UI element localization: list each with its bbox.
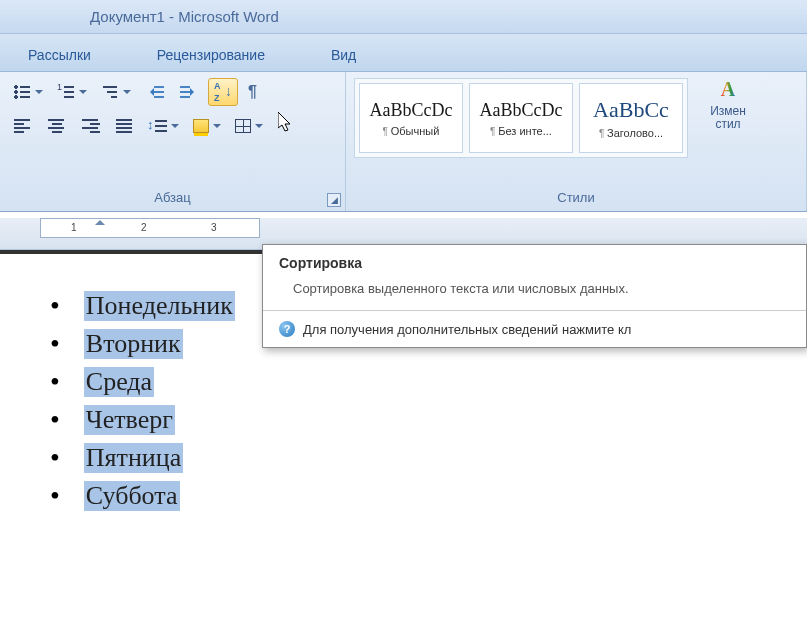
- style-preview: AaBbCcDc: [370, 100, 453, 121]
- indent-button[interactable]: [174, 78, 204, 106]
- styles-gallery[interactable]: AaBbCcDc Обычный AaBbCcDc Без инте... Aa…: [354, 78, 688, 158]
- tooltip-help-row: ? Для получения дополнительных сведений …: [263, 310, 806, 347]
- multilevel-button[interactable]: [96, 78, 136, 106]
- outdent-icon: [146, 83, 164, 101]
- align-right-button[interactable]: [76, 112, 106, 140]
- list-text: Вторник: [84, 329, 183, 359]
- shading-icon: [193, 119, 209, 133]
- sort-tooltip: Сортировка Сортировка выделенного текста…: [262, 244, 807, 348]
- justify-button[interactable]: [110, 112, 140, 140]
- window-title: Документ1 - Microsoft Word: [90, 8, 279, 25]
- horizontal-ruler[interactable]: 1 2 3: [40, 218, 260, 238]
- sort-button[interactable]: Z: [208, 78, 238, 106]
- outdent-button[interactable]: [140, 78, 170, 106]
- style-heading1[interactable]: AaBbCc Заголово...: [579, 83, 683, 153]
- align-center-button[interactable]: [42, 112, 72, 140]
- style-no-spacing[interactable]: AaBbCcDc Без инте...: [469, 83, 573, 153]
- style-name: Заголово...: [599, 127, 663, 139]
- pilcrow-icon: [248, 83, 266, 101]
- group-styles: AaBbCcDc Обычный AaBbCcDc Без инте... Aa…: [346, 72, 807, 211]
- bullets-icon: [13, 83, 31, 101]
- style-name: Обычный: [383, 125, 440, 137]
- borders-icon: [235, 119, 251, 133]
- change-styles-label1: Измен: [710, 104, 746, 118]
- ruler-mark: 3: [211, 222, 217, 233]
- sort-icon: Z: [214, 83, 232, 101]
- bullets-button[interactable]: [8, 78, 48, 106]
- group-label-styles: Стили: [354, 188, 798, 207]
- line-spacing-button[interactable]: [144, 112, 184, 140]
- multilevel-icon: [101, 83, 119, 101]
- list-item[interactable]: Четверг: [50, 404, 757, 436]
- list-text: Пятница: [84, 443, 183, 473]
- align-left-icon: [14, 117, 32, 135]
- align-right-icon: [82, 117, 100, 135]
- justify-icon: [116, 117, 134, 135]
- style-normal[interactable]: AaBbCcDc Обычный: [359, 83, 463, 153]
- style-preview: AaBbCc: [593, 97, 669, 123]
- tab-view[interactable]: Вид: [313, 41, 374, 71]
- ruler-mark: 2: [141, 222, 147, 233]
- first-line-indent-marker[interactable]: [95, 215, 105, 225]
- ribbon-tabs: Рассылки Рецензирование Вид: [0, 34, 807, 72]
- list-text: Понедельник: [84, 291, 235, 321]
- change-styles-label2: стил: [715, 117, 740, 131]
- align-left-button[interactable]: [8, 112, 38, 140]
- help-icon: ?: [279, 321, 295, 337]
- indent-icon: [180, 83, 198, 101]
- title-bar: Документ1 - Microsoft Word: [0, 0, 807, 34]
- change-styles-button[interactable]: A Изменстил: [698, 78, 758, 131]
- tab-review[interactable]: Рецензирование: [139, 41, 283, 71]
- numbering-button[interactable]: [52, 78, 92, 106]
- numbering-icon: [57, 83, 75, 101]
- paragraph-dialog-launcher[interactable]: ◢: [327, 193, 341, 207]
- show-marks-button[interactable]: [242, 78, 272, 106]
- list-text: Среда: [84, 367, 154, 397]
- align-center-icon: [48, 117, 66, 135]
- tooltip-title: Сортировка: [263, 245, 806, 277]
- change-styles-icon: A: [721, 78, 735, 101]
- ribbon: Z Абзац ◢ AaBbCcDc Обычный: [0, 72, 807, 212]
- line-spacing-icon: [149, 117, 167, 135]
- shading-button[interactable]: [188, 112, 226, 140]
- group-paragraph: Z Абзац ◢: [0, 72, 346, 211]
- tab-mailings[interactable]: Рассылки: [10, 41, 109, 71]
- ruler-mark: 1: [71, 222, 77, 233]
- tooltip-body: Сортировка выделенного текста или числов…: [263, 277, 806, 310]
- list-item[interactable]: Пятница: [50, 442, 757, 474]
- style-name: Без инте...: [490, 125, 552, 137]
- list-item[interactable]: Среда: [50, 366, 757, 398]
- list-text: Суббота: [84, 481, 180, 511]
- borders-button[interactable]: [230, 112, 268, 140]
- tooltip-help-text: Для получения дополнительных сведений на…: [303, 322, 631, 337]
- group-label-paragraph: Абзац: [8, 188, 337, 207]
- list-text: Четверг: [84, 405, 175, 435]
- list-item[interactable]: Суббота: [50, 480, 757, 512]
- style-preview: AaBbCcDc: [480, 100, 563, 121]
